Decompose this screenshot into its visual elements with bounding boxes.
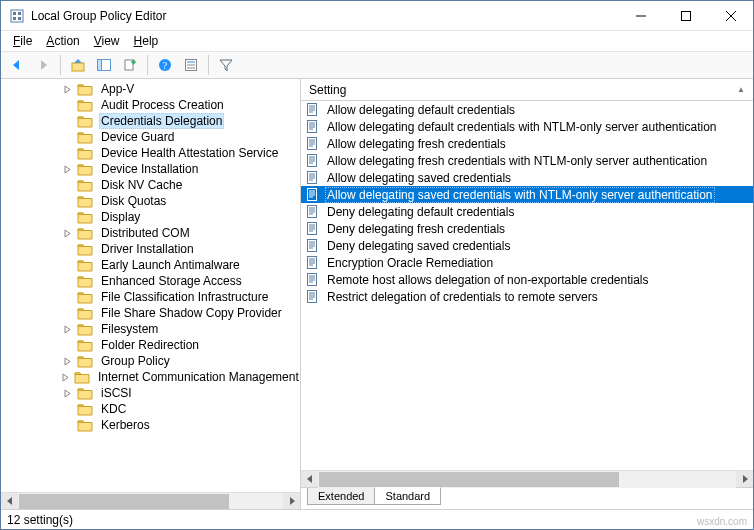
list-row-label: Allow delegating saved credentials	[325, 171, 513, 185]
list-row[interactable]: Allow delegating saved credentials with …	[301, 186, 753, 203]
expand-toggle-icon[interactable]	[61, 163, 73, 175]
scroll-left-button[interactable]	[1, 493, 18, 510]
expand-toggle-icon	[61, 419, 73, 431]
show-hide-tree-button[interactable]	[92, 53, 116, 77]
expand-toggle-icon[interactable]	[61, 83, 73, 95]
back-button[interactable]	[5, 53, 29, 77]
list-row[interactable]: Deny delegating fresh credentials	[301, 220, 753, 237]
tree-item[interactable]: Early Launch Antimalware	[1, 257, 300, 273]
menu-view[interactable]: View	[88, 33, 126, 49]
filter-button[interactable]	[214, 53, 238, 77]
tree-item[interactable]: iSCSI	[1, 385, 300, 401]
properties-button[interactable]	[179, 53, 203, 77]
up-button[interactable]	[66, 53, 90, 77]
list-h-scrollbar[interactable]	[301, 470, 753, 487]
list-pane: Setting ▲ Allow delegating default crede…	[301, 79, 753, 509]
tree-item-label: Driver Installation	[99, 242, 196, 256]
list-row[interactable]: Deny delegating saved credentials	[301, 237, 753, 254]
tree-item-label: File Share Shadow Copy Provider	[99, 306, 284, 320]
list-row[interactable]: Allow delegating saved credentials	[301, 169, 753, 186]
tab-extended[interactable]: Extended	[307, 488, 375, 505]
scroll-left-button[interactable]	[301, 471, 318, 488]
tree-item-label: iSCSI	[99, 386, 134, 400]
tree-item[interactable]: Distributed COM	[1, 225, 300, 241]
menu-bar: File Action View Help	[1, 31, 753, 51]
folder-icon	[77, 386, 93, 400]
scroll-track[interactable]	[318, 471, 736, 488]
folder-icon	[77, 418, 93, 432]
menu-file-label: ile	[20, 34, 32, 48]
list-row[interactable]: Deny delegating default credentials	[301, 203, 753, 220]
folder-icon	[77, 210, 93, 224]
list-row[interactable]: Encryption Oracle Remediation	[301, 254, 753, 271]
list-row[interactable]: Allow delegating default credentials wit…	[301, 118, 753, 135]
tree-item-label: Internet Communication Management	[96, 370, 300, 384]
menu-help[interactable]: Help	[128, 33, 165, 49]
scroll-right-button[interactable]	[283, 493, 300, 510]
maximize-button[interactable]	[663, 1, 708, 30]
expand-toggle-icon[interactable]	[61, 227, 73, 239]
menu-action[interactable]: Action	[40, 33, 85, 49]
tree-item[interactable]: Credentials Delegation	[1, 113, 300, 129]
tree-item[interactable]: Audit Process Creation	[1, 97, 300, 113]
close-button[interactable]	[708, 1, 753, 30]
tree-item[interactable]: Display	[1, 209, 300, 225]
tree-item[interactable]: App-V	[1, 81, 300, 97]
scroll-right-button[interactable]	[736, 471, 753, 488]
tree-item[interactable]: File Classification Infrastructure	[1, 289, 300, 305]
list-row-label: Allow delegating saved credentials with …	[325, 187, 715, 203]
tree-item[interactable]: Device Guard	[1, 129, 300, 145]
scroll-thumb[interactable]	[19, 494, 229, 509]
tree-item[interactable]: Driver Installation	[1, 241, 300, 257]
tree-item[interactable]: Filesystem	[1, 321, 300, 337]
list-body-scroll[interactable]: Allow delegating default credentialsAllo…	[301, 101, 753, 470]
svg-rect-4	[18, 17, 21, 20]
tree-item[interactable]: Device Installation	[1, 161, 300, 177]
tree-item-label: App-V	[99, 82, 136, 96]
expand-toggle-icon[interactable]	[61, 371, 70, 383]
tree-item[interactable]: Folder Redirection	[1, 337, 300, 353]
help-button[interactable]: ?	[153, 53, 177, 77]
policy-icon	[305, 255, 321, 271]
expand-toggle-icon	[61, 147, 73, 159]
tree-item[interactable]: Enhanced Storage Access	[1, 273, 300, 289]
tab-standard[interactable]: Standard	[374, 487, 441, 505]
tree-item[interactable]: Group Policy	[1, 353, 300, 369]
list-row[interactable]: Remote host allows delegation of non-exp…	[301, 271, 753, 288]
list-header[interactable]: Setting ▲	[301, 79, 753, 101]
list-row[interactable]: Allow delegating default credentials	[301, 101, 753, 118]
tree-item-label: File Classification Infrastructure	[99, 290, 270, 304]
tree-item[interactable]: Disk Quotas	[1, 193, 300, 209]
folder-icon	[77, 114, 93, 128]
tree-item[interactable]: Disk NV Cache	[1, 177, 300, 193]
list-row-label: Remote host allows delegation of non-exp…	[325, 273, 651, 287]
toolbar-separator	[60, 55, 61, 75]
list-row[interactable]: Allow delegating fresh credentials with …	[301, 152, 753, 169]
policy-icon	[305, 221, 321, 237]
column-setting[interactable]: Setting ▲	[301, 81, 753, 99]
expand-toggle-icon[interactable]	[61, 387, 73, 399]
scroll-track[interactable]	[18, 493, 283, 510]
scroll-thumb[interactable]	[319, 472, 619, 487]
tree-item[interactable]: Internet Communication Management	[1, 369, 300, 385]
expand-toggle-icon[interactable]	[61, 323, 73, 335]
policy-icon	[305, 238, 321, 254]
minimize-button[interactable]	[618, 1, 663, 30]
tree-item-label: Folder Redirection	[99, 338, 201, 352]
tree-item[interactable]: KDC	[1, 401, 300, 417]
tree-item[interactable]: File Share Shadow Copy Provider	[1, 305, 300, 321]
list-row[interactable]: Allow delegating fresh credentials	[301, 135, 753, 152]
menu-help-label: elp	[142, 34, 158, 48]
expand-toggle-icon	[61, 179, 73, 191]
tree-h-scrollbar[interactable]	[1, 492, 300, 509]
folder-icon	[77, 258, 93, 272]
tree-scroll[interactable]: App-VAudit Process CreationCredentials D…	[1, 79, 300, 492]
export-button[interactable]	[118, 53, 142, 77]
menu-file[interactable]: File	[7, 33, 38, 49]
tree-item[interactable]: Kerberos	[1, 417, 300, 433]
list-row-label: Deny delegating fresh credentials	[325, 222, 507, 236]
expand-toggle-icon[interactable]	[61, 355, 73, 367]
tree-item[interactable]: Device Health Attestation Service	[1, 145, 300, 161]
list-row[interactable]: Restrict delegation of credentials to re…	[301, 288, 753, 305]
expand-toggle-icon	[61, 259, 73, 271]
